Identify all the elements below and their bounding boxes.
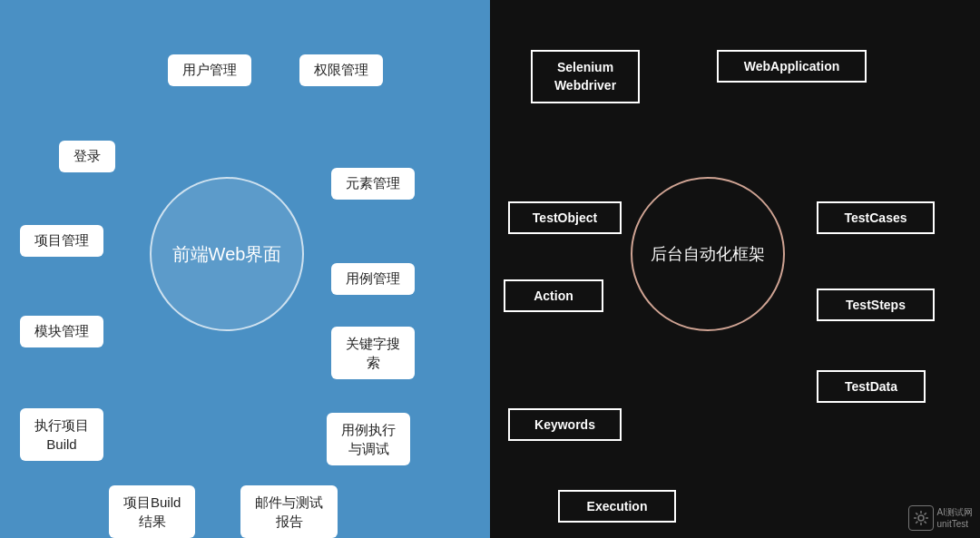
box-testobject: TestObject bbox=[508, 201, 622, 234]
svg-line-6 bbox=[924, 522, 926, 523]
box-user-mgmt: 用户管理 bbox=[168, 54, 251, 86]
box-testcases: TestCases bbox=[817, 201, 935, 234]
right-circle: 后台自动化框架 bbox=[631, 177, 785, 331]
box-mail-test: 邮件与测试报告 bbox=[240, 485, 338, 538]
svg-point-0 bbox=[918, 515, 924, 521]
box-keyword-search: 关键字搜索 bbox=[331, 327, 415, 379]
box-keywords: Keywords bbox=[508, 408, 622, 441]
box-webapplication: WebApplication bbox=[717, 50, 867, 83]
left-circle: 前端Web界面 bbox=[150, 177, 304, 331]
box-proj-mgmt: 项目管理 bbox=[20, 225, 103, 257]
box-exec-build: 执行项目Build bbox=[20, 408, 103, 461]
box-case-exec: 用例执行与调试 bbox=[327, 413, 410, 465]
watermark-text: AI测试网unitTest bbox=[937, 506, 973, 530]
svg-line-5 bbox=[916, 513, 917, 514]
left-circle-label: 前端Web界面 bbox=[172, 242, 282, 267]
right-circle-label: 后台自动化框架 bbox=[651, 243, 765, 265]
left-panel: 前端Web界面 用户管理 权限管理 登录 元素管理 项目管理 用例管理 模块管理… bbox=[0, 0, 490, 538]
box-selenium: SeleniumWebdriver bbox=[531, 50, 640, 103]
watermark-icon bbox=[908, 505, 934, 531]
svg-line-7 bbox=[924, 513, 926, 514]
box-login: 登录 bbox=[59, 141, 115, 172]
box-testdata: TestData bbox=[817, 370, 926, 403]
box-perm-mgmt: 权限管理 bbox=[299, 54, 383, 86]
box-proj-result: 项目Build结果 bbox=[109, 485, 195, 538]
box-execution: Execution bbox=[558, 490, 676, 523]
box-action: Action bbox=[504, 279, 603, 312]
box-elem-mgmt: 元素管理 bbox=[331, 168, 415, 200]
box-case-mgmt: 用例管理 bbox=[331, 263, 415, 295]
watermark: AI测试网unitTest bbox=[908, 505, 973, 531]
svg-line-8 bbox=[916, 522, 917, 523]
box-module-mgmt: 模块管理 bbox=[20, 316, 103, 347]
box-teststeps: TestSteps bbox=[817, 289, 935, 321]
right-panel: 后台自动化框架 SeleniumWebdriver WebApplication… bbox=[490, 0, 980, 538]
